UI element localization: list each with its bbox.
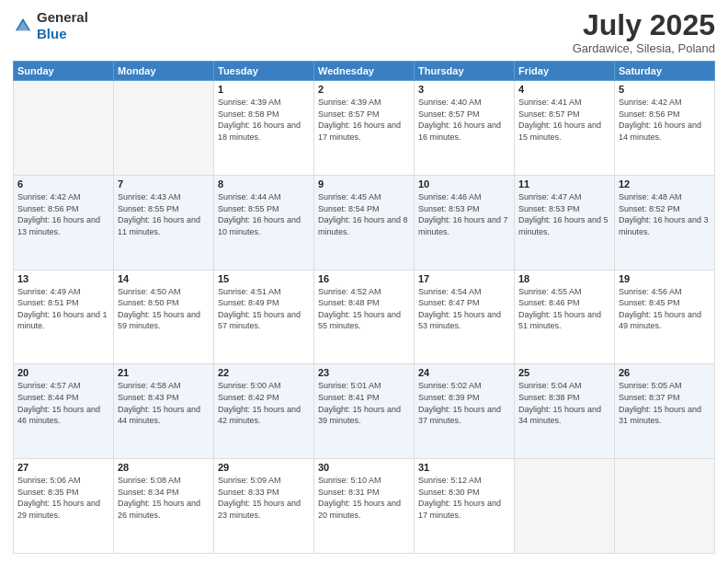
table-row: [14, 81, 114, 176]
table-row: 27Sunrise: 5:06 AM Sunset: 8:35 PM Dayli…: [14, 459, 114, 554]
day-number: 23: [318, 367, 410, 378]
day-info: Sunrise: 5:02 AM Sunset: 8:39 PM Dayligh…: [418, 380, 510, 426]
day-number: 31: [418, 462, 510, 473]
day-number: 28: [118, 462, 210, 473]
table-row: 1Sunrise: 4:39 AM Sunset: 8:58 PM Daylig…: [214, 81, 314, 176]
day-info: Sunrise: 4:41 AM Sunset: 8:57 PM Dayligh…: [518, 97, 610, 143]
day-info: Sunrise: 4:43 AM Sunset: 8:55 PM Dayligh…: [118, 191, 210, 237]
logo-text: General Blue: [37, 9, 88, 42]
col-wednesday: Wednesday: [314, 62, 415, 81]
day-number: 2: [318, 84, 410, 95]
logo-icon: [13, 16, 33, 36]
table-row: 13Sunrise: 4:49 AM Sunset: 8:51 PM Dayli…: [14, 270, 114, 364]
day-info: Sunrise: 4:52 AM Sunset: 8:48 PM Dayligh…: [318, 286, 410, 332]
day-number: 3: [418, 84, 510, 95]
table-row: 2Sunrise: 4:39 AM Sunset: 8:57 PM Daylig…: [314, 81, 415, 176]
table-row: 21Sunrise: 4:58 AM Sunset: 8:43 PM Dayli…: [114, 364, 214, 459]
table-row: 19Sunrise: 4:56 AM Sunset: 8:45 PM Dayli…: [615, 270, 715, 364]
table-row: [515, 459, 615, 554]
col-thursday: Thursday: [415, 62, 515, 81]
table-row: 17Sunrise: 4:54 AM Sunset: 8:47 PM Dayli…: [415, 270, 515, 364]
day-info: Sunrise: 4:45 AM Sunset: 8:54 PM Dayligh…: [318, 191, 410, 237]
table-row: 16Sunrise: 4:52 AM Sunset: 8:48 PM Dayli…: [314, 270, 415, 364]
day-info: Sunrise: 4:42 AM Sunset: 8:56 PM Dayligh…: [619, 97, 711, 143]
calendar-week-row: 6Sunrise: 4:42 AM Sunset: 8:56 PM Daylig…: [14, 175, 715, 270]
day-info: Sunrise: 4:57 AM Sunset: 8:44 PM Dayligh…: [17, 380, 109, 426]
day-number: 18: [518, 273, 610, 284]
table-row: 15Sunrise: 4:51 AM Sunset: 8:49 PM Dayli…: [214, 270, 314, 364]
day-number: 16: [318, 273, 410, 284]
day-number: 15: [218, 273, 310, 284]
day-number: 12: [619, 178, 711, 190]
calendar-header-row: Sunday Monday Tuesday Wednesday Thursday…: [14, 62, 715, 81]
col-friday: Friday: [515, 62, 615, 81]
page: General Blue July 2025 Gardawice, Silesi…: [0, 0, 728, 563]
day-info: Sunrise: 4:48 AM Sunset: 8:52 PM Dayligh…: [619, 191, 711, 237]
day-number: 19: [619, 273, 711, 284]
table-row: 8Sunrise: 4:44 AM Sunset: 8:55 PM Daylig…: [214, 175, 314, 270]
table-row: 14Sunrise: 4:50 AM Sunset: 8:50 PM Dayli…: [114, 270, 214, 364]
day-info: Sunrise: 4:47 AM Sunset: 8:53 PM Dayligh…: [518, 191, 610, 237]
day-info: Sunrise: 5:09 AM Sunset: 8:33 PM Dayligh…: [218, 475, 310, 521]
table-row: 22Sunrise: 5:00 AM Sunset: 8:42 PM Dayli…: [214, 364, 314, 459]
day-info: Sunrise: 5:04 AM Sunset: 8:38 PM Dayligh…: [518, 380, 610, 426]
day-info: Sunrise: 4:56 AM Sunset: 8:45 PM Dayligh…: [619, 286, 711, 332]
table-row: 9Sunrise: 4:45 AM Sunset: 8:54 PM Daylig…: [314, 175, 415, 270]
day-number: 8: [218, 178, 310, 190]
calendar-table: Sunday Monday Tuesday Wednesday Thursday…: [13, 61, 715, 554]
day-info: Sunrise: 4:42 AM Sunset: 8:56 PM Dayligh…: [17, 191, 109, 237]
calendar-week-row: 20Sunrise: 4:57 AM Sunset: 8:44 PM Dayli…: [14, 364, 715, 459]
table-row: 26Sunrise: 5:05 AM Sunset: 8:37 PM Dayli…: [615, 364, 715, 459]
header: General Blue July 2025 Gardawice, Silesi…: [13, 9, 715, 55]
day-info: Sunrise: 5:05 AM Sunset: 8:37 PM Dayligh…: [619, 380, 711, 426]
table-row: 7Sunrise: 4:43 AM Sunset: 8:55 PM Daylig…: [114, 175, 214, 270]
day-info: Sunrise: 4:50 AM Sunset: 8:50 PM Dayligh…: [118, 286, 210, 332]
day-info: Sunrise: 5:10 AM Sunset: 8:31 PM Dayligh…: [318, 475, 410, 521]
table-row: 25Sunrise: 5:04 AM Sunset: 8:38 PM Dayli…: [515, 364, 615, 459]
day-info: Sunrise: 4:51 AM Sunset: 8:49 PM Dayligh…: [218, 286, 310, 332]
day-info: Sunrise: 5:08 AM Sunset: 8:34 PM Dayligh…: [118, 475, 210, 521]
day-info: Sunrise: 4:40 AM Sunset: 8:57 PM Dayligh…: [418, 97, 510, 143]
day-number: 4: [518, 84, 610, 95]
col-tuesday: Tuesday: [214, 62, 314, 81]
title-month: July 2025: [573, 9, 715, 41]
table-row: [615, 459, 715, 554]
table-row: [114, 81, 214, 176]
col-sunday: Sunday: [14, 62, 114, 81]
logo-blue: Blue: [37, 26, 67, 41]
day-number: 24: [418, 367, 510, 378]
day-info: Sunrise: 4:39 AM Sunset: 8:58 PM Dayligh…: [218, 97, 310, 143]
day-number: 6: [17, 178, 109, 190]
day-info: Sunrise: 4:39 AM Sunset: 8:57 PM Dayligh…: [318, 97, 410, 143]
day-number: 26: [619, 367, 711, 378]
day-number: 1: [218, 84, 310, 95]
day-info: Sunrise: 4:49 AM Sunset: 8:51 PM Dayligh…: [17, 286, 109, 332]
table-row: 18Sunrise: 4:55 AM Sunset: 8:46 PM Dayli…: [515, 270, 615, 364]
day-info: Sunrise: 4:44 AM Sunset: 8:55 PM Dayligh…: [218, 191, 310, 237]
day-number: 29: [218, 462, 310, 473]
table-row: 28Sunrise: 5:08 AM Sunset: 8:34 PM Dayli…: [114, 459, 214, 554]
day-info: Sunrise: 4:46 AM Sunset: 8:53 PM Dayligh…: [418, 191, 510, 237]
table-row: 4Sunrise: 4:41 AM Sunset: 8:57 PM Daylig…: [515, 81, 615, 176]
table-row: 29Sunrise: 5:09 AM Sunset: 8:33 PM Dayli…: [214, 459, 314, 554]
table-row: 12Sunrise: 4:48 AM Sunset: 8:52 PM Dayli…: [615, 175, 715, 270]
table-row: 6Sunrise: 4:42 AM Sunset: 8:56 PM Daylig…: [14, 175, 114, 270]
day-info: Sunrise: 5:06 AM Sunset: 8:35 PM Dayligh…: [17, 475, 109, 521]
day-number: 20: [17, 367, 109, 378]
calendar-week-row: 27Sunrise: 5:06 AM Sunset: 8:35 PM Dayli…: [14, 459, 715, 554]
day-number: 25: [518, 367, 610, 378]
day-number: 13: [17, 273, 109, 284]
day-info: Sunrise: 5:00 AM Sunset: 8:42 PM Dayligh…: [218, 380, 310, 426]
day-number: 22: [218, 367, 310, 378]
day-number: 27: [17, 462, 109, 473]
day-info: Sunrise: 5:12 AM Sunset: 8:30 PM Dayligh…: [418, 475, 510, 521]
table-row: 31Sunrise: 5:12 AM Sunset: 8:30 PM Dayli…: [415, 459, 515, 554]
logo-general: General: [37, 9, 88, 25]
table-row: 5Sunrise: 4:42 AM Sunset: 8:56 PM Daylig…: [615, 81, 715, 176]
day-info: Sunrise: 4:54 AM Sunset: 8:47 PM Dayligh…: [418, 286, 510, 332]
day-number: 21: [118, 367, 210, 378]
day-number: 5: [619, 84, 711, 95]
table-row: 11Sunrise: 4:47 AM Sunset: 8:53 PM Dayli…: [515, 175, 615, 270]
col-monday: Monday: [114, 62, 214, 81]
table-row: 30Sunrise: 5:10 AM Sunset: 8:31 PM Dayli…: [314, 459, 415, 554]
